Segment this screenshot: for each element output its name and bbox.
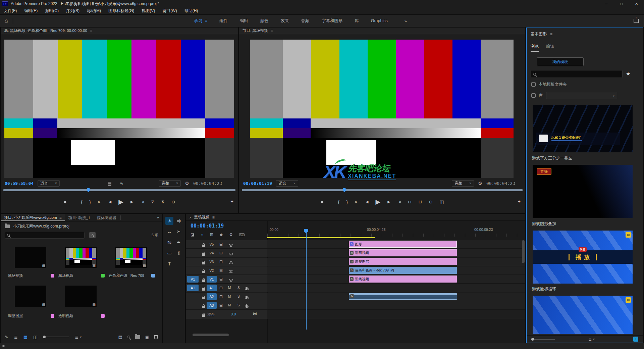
menu-clip[interactable]: 剪辑(C) <box>41 8 62 14</box>
timeline-timecode[interactable]: 00:00:01:19 <box>191 223 224 229</box>
eg-zoom-handle[interactable] <box>531 338 534 341</box>
export-frame-icon[interactable]: ⊙ <box>429 200 433 204</box>
go-to-out-icon[interactable]: ⇥ <box>140 200 144 204</box>
thumbnail-transparent-video[interactable]: ▤ <box>65 286 97 307</box>
workspace-tab-audio[interactable]: 音频 <box>301 18 310 24</box>
menu-window[interactable]: 窗口(W) <box>159 8 180 14</box>
sync-lock-icon[interactable]: ⊟ <box>219 294 223 299</box>
lock-icon[interactable] <box>202 269 205 274</box>
clip-transparent-video[interactable]: fx透明视频 <box>349 249 457 256</box>
workspace-tab-assembly[interactable]: 组件 <box>219 18 228 24</box>
pen-tool[interactable]: ✒ <box>175 238 183 246</box>
list-view-icon[interactable]: ≣ <box>14 335 18 340</box>
project-bin-path[interactable]: 小刀娱乐网www.x6g.com.prproj <box>5 223 69 229</box>
panel-menu-icon[interactable]: ≡ <box>550 32 552 37</box>
workspace-tab-editing[interactable]: 编辑 <box>240 18 248 24</box>
clip-graphics[interactable]: fx图形 <box>349 241 457 248</box>
panel-menu-icon[interactable]: ≡ <box>270 29 273 33</box>
razor-tool[interactable]: ✂ <box>175 228 183 236</box>
keyframe-icon[interactable]: ⋈ <box>253 311 257 316</box>
timeline-vertical-scrollbar[interactable] <box>522 240 525 263</box>
solo-button[interactable]: S <box>237 286 240 290</box>
rectangle-tool[interactable]: ▭ <box>165 249 173 257</box>
mute-button[interactable]: M <box>228 295 231 298</box>
extract-icon[interactable]: ⊔ <box>419 200 422 204</box>
panel-overflow-icon[interactable]: » <box>154 214 162 221</box>
icon-view-icon[interactable]: ▦ <box>23 335 28 340</box>
project-item-label[interactable]: 黑场视频 <box>58 273 105 278</box>
close-tab-icon[interactable]: × <box>189 215 192 219</box>
toggle-track-output-icon[interactable] <box>229 252 233 256</box>
settings-wrench-icon[interactable]: ⚙ <box>185 181 189 186</box>
play-button[interactable]: ▶ <box>118 199 123 205</box>
menu-graphics[interactable]: 图形和标题(G) <box>105 8 138 14</box>
label-color-chip[interactable] <box>51 314 54 318</box>
eg-zoom-slider[interactable] <box>531 339 555 340</box>
template-overlay[interactable]: 直播 <box>533 165 633 218</box>
source-quality-select[interactable]: 完整∨ <box>159 180 181 187</box>
project-item-label[interactable]: 调整图层 <box>8 313 54 318</box>
menu-markers[interactable]: 标记(M) <box>83 8 105 14</box>
program-monitor-header[interactable]: 节目: 黑场视频 ≡ <box>239 28 525 34</box>
local-templates-checkbox[interactable]: 本地模板文件夹 <box>531 82 567 87</box>
menu-help[interactable]: 帮助(H) <box>181 8 202 14</box>
menu-file[interactable]: 文件(F) <box>0 8 20 14</box>
snap-magnet-icon[interactable]: ∩ <box>201 232 204 237</box>
lock-icon[interactable] <box>202 278 205 283</box>
tab-browse[interactable]: 浏览 <box>531 44 539 52</box>
panel-menu-icon[interactable]: ≡ <box>90 29 92 33</box>
project-search-input[interactable] <box>12 233 82 237</box>
template-partial[interactable]: ▤ <box>533 296 633 334</box>
linked-selection-icon[interactable]: ⊞ <box>210 232 213 237</box>
lock-icon[interactable] <box>202 313 205 318</box>
menu-view[interactable]: 视图(V) <box>138 8 159 14</box>
track-select-tool[interactable]: ⇉ <box>175 217 183 225</box>
sync-lock-icon[interactable]: ⊟ <box>219 268 223 273</box>
captions-icon[interactable]: CC <box>239 233 245 236</box>
thumbnail-bars-tone[interactable]: ▤ <box>115 247 147 268</box>
lock-icon[interactable] <box>202 287 205 292</box>
workspace-tab-captions[interactable]: 字幕和图形 <box>322 18 343 24</box>
timeline-marker-icon[interactable]: ◆ <box>220 232 223 237</box>
time-ruler[interactable] <box>267 234 521 237</box>
source-zoom-select[interactable]: 适合∨ <box>38 180 60 187</box>
eg-search-input[interactable] <box>538 72 620 76</box>
track-name-a2[interactable]: A2 <box>207 293 217 300</box>
overwrite-icon[interactable]: ⊼ <box>161 200 165 204</box>
button-editor-icon[interactable]: + <box>230 198 233 204</box>
button-editor-icon[interactable]: + <box>518 198 521 204</box>
checkbox-icon[interactable] <box>531 93 536 98</box>
template-label[interactable]: 游戏下方三分之一靠左 <box>532 155 572 161</box>
track-name-v5[interactable]: V5 <box>207 241 217 248</box>
source-patch-v1[interactable]: V1 <box>187 276 199 283</box>
media-browser-tab[interactable]: 媒体浏览器 <box>94 214 120 221</box>
eg-header[interactable]: 基本图形 ≡ <box>527 28 643 39</box>
workspace-tab-graphics[interactable]: Graphics <box>371 18 388 23</box>
template-logo-loop[interactable]: 联赛 播放 ▤ <box>533 231 633 284</box>
favorites-star-icon[interactable]: ★ <box>626 71 630 77</box>
project-item-label[interactable]: 黑场视频 <box>8 273 54 278</box>
program-timecode[interactable]: 00:00:01:19 <box>243 181 272 186</box>
track-name-a1[interactable]: A1 <box>207 285 217 291</box>
mute-button[interactable]: M <box>228 303 231 307</box>
menu-sequence[interactable]: 序列(S) <box>62 8 83 14</box>
source-patch-a1[interactable]: A1 <box>187 285 199 291</box>
eg-search-box[interactable] <box>531 70 623 78</box>
toggle-track-output-icon[interactable] <box>229 260 233 265</box>
pencil-icon[interactable]: ✎ <box>5 335 8 340</box>
new-item-icon[interactable]: ▣ <box>145 335 149 340</box>
step-back-icon[interactable]: ◀ <box>109 200 111 204</box>
hand-tool[interactable]: ✌ <box>175 249 183 257</box>
label-color-chip[interactable] <box>151 274 155 278</box>
clip-black-video[interactable]: fx黑场视频 <box>349 276 457 283</box>
lock-icon[interactable] <box>202 261 205 265</box>
playhead-marker[interactable] <box>304 229 308 233</box>
thumbnail-black-video-2[interactable]: ▤ <box>65 247 97 268</box>
bin-up-icon[interactable] <box>5 225 10 228</box>
thumbnail-black-video[interactable]: ▤ <box>15 247 46 268</box>
clip-adjustment-layer[interactable]: fx调整图层 <box>349 258 457 265</box>
go-to-out-icon[interactable]: ⇥ <box>397 200 401 204</box>
my-templates-button[interactable]: 我的模板 <box>537 57 584 66</box>
ripple-edit-tool[interactable]: ↔ <box>165 228 173 236</box>
sort-icons-button[interactable]: ≣∨ <box>75 335 82 340</box>
